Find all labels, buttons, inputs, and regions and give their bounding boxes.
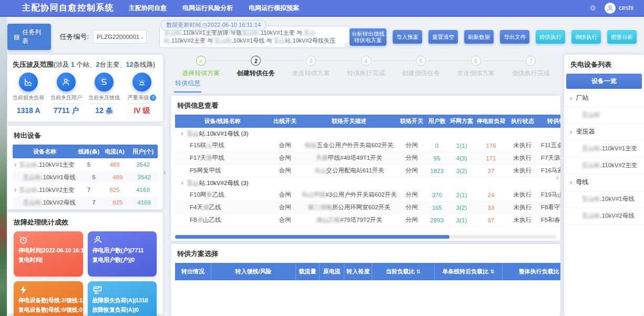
step-create-transfer-task: 2 创建转供任务 [229, 56, 284, 78]
help-icon[interactable]: ? [150, 95, 156, 101]
table-row[interactable]: F10网复乙线 合闸 马山甲线#3公用户外开关箱602开关 分闸 370 2(1… [175, 189, 560, 201]
stat-lost-load: 当前损失负荷 1318 A [9, 73, 47, 116]
col-lines: 线路(条) [77, 148, 101, 156]
data-update-time-badge: 数据更新时间:◷2022-06-10 16:11:14 [160, 20, 267, 30]
transfer-out-table-header: 设备名称 线路(条) 电流(A) 用户(个) [13, 145, 158, 158]
export-file-button[interactable]: 导出文件 [500, 30, 529, 44]
transfer-execute-button[interactable]: 转供执行 [536, 30, 565, 44]
step-transfer-done: 4 转供执行完成 [339, 56, 394, 78]
transfer-info-title: 转供信息查看 [171, 96, 560, 114]
sort-icon[interactable]: ⇅ [490, 269, 494, 274]
plan-selection-title: 转供方案选择 [171, 244, 560, 262]
tree-item[interactable]: 五山站 [564, 107, 644, 124]
toolbar-buttons: 分析转出馈线转供电方案 导入预案 重置清空 刷新数据 导出文件 转供执行 倒供执… [350, 28, 637, 46]
lost-power-device-panel: 失电设备列表 设备一览 ∨ 厂站 五山站 ∨ 变压器 五山站.110kV#1主变… [564, 55, 644, 316]
stat-severity: 严重等级? IV 级 [123, 73, 161, 116]
caret-down-icon: ∨ [180, 131, 184, 136]
refresh-data-button[interactable]: 刷新数据 [464, 30, 494, 44]
username-label: ceshi [619, 4, 633, 12]
gear-icon[interactable]: ⚙ [589, 4, 596, 12]
caret-down-icon[interactable]: ∨ [14, 162, 17, 167]
table-row[interactable]: F4天成乙线 合闸 第二供电所公用环网室602开关 分闸 165 3(2) 33… [175, 201, 560, 214]
tree-section-station[interactable]: ∨ 厂站 [564, 90, 644, 107]
user-icon [93, 235, 103, 245]
fault-handling-stats-panel: 故障处理统计成效 停电时间|2022-06-10 16:11 复电时间| 停电用… [7, 212, 163, 314]
nav-item-self-healing[interactable]: 主配协同自愈 [129, 4, 167, 13]
graphic-analysis-button[interactable]: 图形分析 [607, 30, 637, 44]
tree-item[interactable]: 五山站.10kV#2母线 [564, 208, 644, 225]
task-no-value: PLZG22000001 [97, 34, 139, 40]
step-send-backfeed-plan: 6 发送倒供方案 [448, 56, 504, 78]
tree-item[interactable]: 五山站.110kV#2主变 [564, 157, 644, 174]
check-icon: ✓ [196, 56, 206, 66]
fault-stats-title: 故障处理统计成效 [7, 212, 163, 230]
top-header-bar: 主配协同自愈控制系统 主配协同自愈 电网运行风险分析 电网运行模拟预案 ⚙ ce… [0, 0, 644, 17]
plan-table-header: 转出情况 转入馈线/风险 载流量 原电流 转入裕度 当前负载比⇅ 单条线转后负载… [175, 263, 560, 280]
table-row[interactable]: F8虎山乙线 合闸 虎山乙线#79塔79T2开关 分闸 2893 3(1) 97… [175, 214, 560, 227]
table-row[interactable]: 五山站.10kV#2母线 7 825 4169 [13, 196, 158, 209]
device-tree: ∨ 厂站 五山站 ∨ 变压器 五山站.110kV#1主变 五山站.110kV#2… [564, 90, 644, 225]
tab-transfer-info[interactable]: 转供信息 [174, 77, 201, 93]
tree-section-transformer[interactable]: ∨ 变压器 [564, 124, 644, 140]
import-plan-button[interactable]: 导入预案 [393, 30, 422, 44]
stat-label: 当前损失负荷 [9, 94, 47, 101]
caret-down-icon: ∨ [180, 180, 184, 186]
avatar [605, 3, 616, 14]
table-row[interactable]: F15联山甲线 合闸 创业五金公用户外开关箱602开关 分闸 0 1(1) 17… [175, 139, 560, 152]
fault-load-card: 故障损失负荷(A)|1318 故障恢复负荷(A)|0 [88, 281, 157, 316]
feeder-line-icon [95, 73, 114, 91]
table-row[interactable]: ∨五山站.110kV#1主变 5 489 3542 [13, 158, 158, 171]
process-stepper: ✓ 选择转供方案 2 创建转供任务 3 发送转供方案 4 转供执行完成 5 创建… [173, 56, 558, 78]
step-send-transfer-plan: 3 发送转供方案 [283, 56, 339, 78]
stat-value: 12 条 [85, 106, 123, 116]
analyze-transfer-plan-button[interactable]: 分析转出馈线转供电方案 [350, 28, 386, 46]
tree-item[interactable]: 五山站.110kV#1主变 [564, 140, 644, 157]
user-icon [57, 73, 76, 91]
toolbar: ▤ 任务列表 任务编号: PLZG22000001 ⌄ 数据更新时间:◷2022… [7, 23, 637, 50]
transfer-plan-selection-panel: 转供方案选择 转出情况 转入馈线/风险 载流量 原电流 转入裕度 当前负载比⇅ … [171, 244, 560, 316]
alarm-light-icon [132, 73, 151, 91]
app-title: 主配协同自愈控制系统 [22, 3, 114, 14]
center-tab-bar: 转供信息 [171, 77, 560, 91]
group-row-bus2[interactable]: ∨ 五山站.10kV#2母线 (3) [175, 177, 556, 189]
alarm-clock-icon [18, 235, 28, 245]
sort-icon[interactable]: ⇅ [416, 269, 421, 274]
collapse-left-icon[interactable]: ‹ [163, 168, 166, 176]
task-list-button[interactable]: ▤ 任务列表 [7, 24, 51, 50]
scrollbar-thumb[interactable] [175, 235, 449, 239]
table-row[interactable]: F5网复甲线 合闸 马山交公用配电站611开关 分闸 1823 3(2) 37 … [175, 165, 560, 177]
user-menu[interactable]: ceshi [605, 3, 633, 14]
task-no-label: 任务编号: [59, 32, 89, 42]
desktop-background-strip [0, 16, 7, 316]
outage-time-card: 停电时间|2022-06-10 16:11 复电时间| [14, 231, 83, 277]
col-users: 用户(个) [128, 148, 158, 156]
reset-clear-button[interactable]: 重置清空 [428, 30, 458, 44]
outage-devices-card: 停电设备数|母线:2/馈线:12 复电设备数|母线:0/馈线:0 [14, 281, 83, 316]
caret-down-icon[interactable]: ∨ [14, 187, 17, 192]
main-nav: 主配协同自愈 电网运行风险分析 电网运行模拟预案 [129, 4, 299, 13]
task-list-label: 任务列表 [22, 28, 45, 46]
nav-item-simulation-plan[interactable]: 电网运行模拟预案 [249, 4, 299, 13]
impact-stats: 当前损失负荷 1318 A 当前失压用户 7711 户 当前失压馈线 12 条 … [7, 72, 163, 117]
table-row[interactable]: ∨五山站.110kV#2主变 7 825 4169 [13, 184, 158, 196]
line-chart-icon [19, 73, 38, 91]
table-row[interactable]: 五山站.10kV#1母线 5 489 3542 [13, 171, 158, 184]
col-current: 电流(A) [101, 148, 128, 156]
outage-users-card: 停电用户数(户)|7711 复电用户数(户)|0 [88, 231, 157, 277]
device-list-title: 失电设备列表 [564, 55, 644, 73]
table-row[interactable]: F17天源甲线 合闸 天源甲线#49塔49T1开关 分闸 95 4(3) 171… [175, 152, 560, 165]
nav-item-risk-analysis[interactable]: 电网运行风险分析 [182, 4, 233, 13]
stat-label: 当前失压用户 [47, 94, 85, 101]
backfeed-execute-button[interactable]: 倒供执行 [571, 30, 601, 44]
stat-label: 严重等级 [128, 95, 149, 100]
tree-section-bus[interactable]: ∨ 母线 [564, 174, 644, 191]
group-row-bus1[interactable]: ∨ 五山站.10kV#1母线 (3) [175, 128, 556, 139]
transfer-out-devices-panel: 转出设备 设备名称 线路(条) 电流(A) 用户(个) ∨五山站.110kV#1… [7, 126, 163, 209]
device-overview-button[interactable]: 设备一览 [566, 74, 642, 89]
task-no-select[interactable]: PLZG22000001 ⌄ [93, 30, 147, 44]
caret-down-icon: ∨ [569, 96, 573, 101]
expand-right-icon[interactable]: › [556, 174, 558, 181]
transfer-info-panel: 转供信息查看 设备/线路名称 出线开关 联络开关描述 联络开关 用户数 环网方案… [171, 96, 560, 241]
tree-item[interactable]: 五山站.10kV#1母线 [564, 191, 644, 208]
col-device-name: 设备名称 [13, 148, 77, 156]
